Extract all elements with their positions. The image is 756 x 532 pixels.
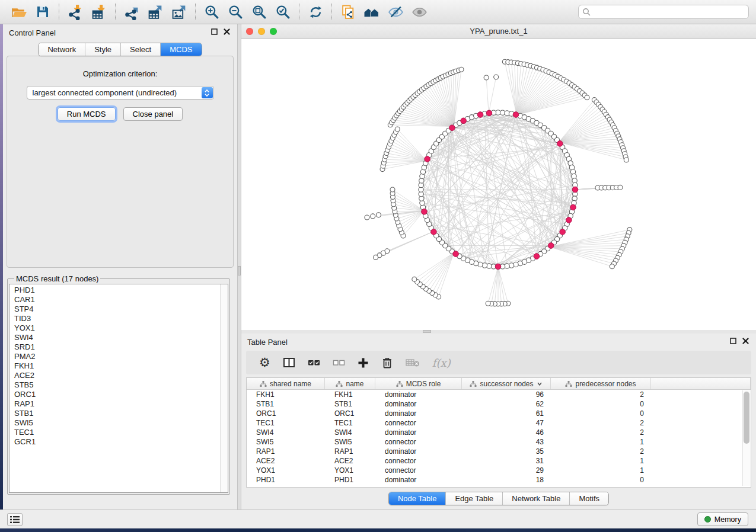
function-builder-button-disabled[interactable]: f(x) (432, 357, 451, 369)
table-row[interactable]: TEC1TEC1connector472 (247, 418, 751, 428)
save-floppy-icon (35, 4, 50, 20)
table-row[interactable]: FKH1FKH1dominator962 (247, 390, 751, 399)
tab-network[interactable]: Network (39, 43, 85, 56)
zoom-fit-icon (251, 4, 267, 20)
export-table-button[interactable] (143, 2, 167, 22)
mcds-node-item[interactable]: SWI4 (14, 333, 228, 342)
memory-button[interactable]: Memory (697, 512, 748, 526)
mcds-node-item[interactable]: STB1 (14, 409, 228, 418)
mcds-node-item[interactable]: PMA2 (14, 352, 228, 361)
select-all-button[interactable] (308, 357, 320, 368)
mcds-node-item[interactable]: TID3 (14, 314, 228, 323)
column-header-shared-name[interactable]: shared name (247, 378, 325, 389)
table-scrollbar[interactable] (742, 390, 750, 486)
control-panel-title: Control Panel (9, 28, 56, 37)
table-settings-button[interactable]: ⚙ (259, 357, 270, 368)
import-table-button[interactable] (87, 2, 111, 22)
table-cell: 1 (551, 437, 651, 447)
mcds-node-item[interactable]: ACE2 (14, 371, 228, 380)
close-panel-icon[interactable] (742, 338, 749, 344)
mcds-options-panel: Optimization criterion: largest connecte… (7, 56, 234, 268)
zoom-out-button[interactable] (224, 2, 247, 22)
tab-node-table[interactable]: Node Table (389, 492, 446, 505)
vertical-splitter[interactable] (237, 24, 241, 509)
splitter-grip[interactable] (423, 330, 431, 333)
mcds-node-item[interactable]: STP4 (14, 305, 228, 314)
split-panel-button[interactable] (283, 357, 295, 368)
tab-edge-table[interactable]: Edge Table (445, 492, 502, 505)
search-input[interactable] (593, 8, 745, 16)
table-row[interactable]: RAP1RAP1dominator352 (247, 447, 751, 456)
table-row[interactable]: YOX1YOX1connector291 (247, 466, 751, 475)
add-entry-button[interactable] (358, 357, 369, 368)
deselect-all-button[interactable] (333, 357, 345, 368)
tab-select[interactable]: Select (120, 43, 160, 56)
table-cell: 43 (462, 437, 551, 447)
close-panel-icon[interactable] (224, 28, 230, 35)
export-table-icon (148, 4, 164, 20)
mcds-list-scrollbar[interactable] (220, 284, 228, 492)
network-canvas[interactable] (241, 39, 756, 330)
delete-table-button-disabled[interactable] (406, 357, 420, 368)
run-mcds-button[interactable]: Run MCDS (58, 107, 116, 121)
export-network-button[interactable] (120, 2, 143, 22)
home-view-button[interactable] (360, 2, 384, 22)
table-row[interactable]: ACE2ACE2connector311 (247, 456, 751, 466)
memory-status-dot (704, 516, 711, 523)
mcds-node-item[interactable]: FKH1 (14, 361, 228, 371)
select-stepper-icon (202, 87, 213, 98)
optimization-criterion-select[interactable]: largest connected component (undirected) (27, 86, 214, 100)
open-file-button[interactable] (7, 2, 31, 22)
delete-entry-button[interactable] (381, 357, 393, 369)
copy-share-icon (340, 4, 356, 20)
zoom-in-button[interactable] (200, 2, 224, 22)
tab-mcds[interactable]: MCDS (160, 43, 201, 56)
show-all-button[interactable] (407, 2, 431, 22)
save-session-button[interactable] (31, 2, 55, 22)
tab-motifs[interactable]: Motifs (569, 492, 608, 505)
mcds-node-item[interactable]: CAR1 (14, 295, 228, 305)
table-row[interactable]: SWI4SWI4dominator462 (247, 428, 751, 437)
table-cell: connector (375, 456, 462, 466)
column-header-predecessor-nodes[interactable]: predecessor nodes (551, 378, 651, 389)
import-network-button[interactable] (63, 2, 87, 22)
close-panel-button[interactable]: Close panel (123, 107, 183, 121)
mcds-node-item[interactable]: PHD1 (14, 286, 228, 295)
share-network-clipboard-button[interactable] (336, 2, 360, 22)
mcds-node-item[interactable]: SWI5 (14, 418, 228, 428)
column-header-name[interactable]: name (325, 378, 375, 389)
mcds-node-item[interactable]: GCR1 (14, 437, 228, 447)
zoom-selected-button[interactable] (271, 2, 295, 22)
tab-style[interactable]: Style (85, 43, 120, 56)
import-network-icon (68, 4, 84, 20)
network-graph[interactable] (241, 39, 756, 330)
mcds-node-item[interactable]: YOX1 (14, 323, 228, 333)
column-header-successor-nodes[interactable]: successor nodes (462, 378, 551, 389)
tab-network-table[interactable]: Network Table (502, 492, 569, 505)
mcds-node-item[interactable]: TEC1 (14, 428, 228, 437)
zoom-fit-button[interactable] (247, 2, 271, 22)
show-log-button[interactable] (7, 513, 23, 526)
houses-icon (363, 4, 380, 20)
table-row[interactable]: SWI5SWI5connector431 (247, 437, 751, 447)
scrollbar-thumb[interactable] (744, 392, 749, 444)
table-row[interactable]: ORC1ORC1dominator610 (247, 409, 751, 418)
export-image-button[interactable] (167, 2, 191, 22)
float-panel-icon[interactable] (211, 28, 218, 35)
unchecked-boxes-icon (333, 357, 345, 368)
splitter-grip[interactable] (238, 266, 241, 275)
mcds-node-item[interactable]: STB5 (14, 380, 228, 390)
table-row[interactable]: STB1STB1dominator620 (247, 399, 751, 409)
open-folder-icon (11, 4, 27, 20)
mcds-node-item[interactable]: RAP1 (14, 399, 228, 409)
table-row[interactable]: PHD1PHD1dominator180 (247, 475, 751, 485)
table-cell: dominator (375, 475, 462, 485)
hide-selected-button[interactable] (384, 2, 407, 22)
import-table-icon (91, 4, 107, 20)
mcds-node-item[interactable]: SRD1 (14, 342, 228, 352)
column-header-mcds-role[interactable]: MCDS role (375, 378, 462, 389)
float-panel-icon[interactable] (730, 338, 736, 344)
mcds-node-item[interactable]: ORC1 (14, 390, 228, 399)
refresh-view-button[interactable] (304, 2, 327, 22)
zoom-selected-icon (275, 4, 291, 20)
